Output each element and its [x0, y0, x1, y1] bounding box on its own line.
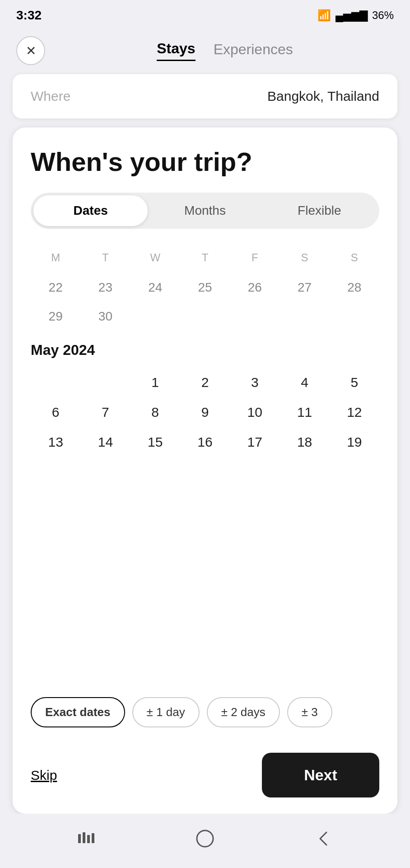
calendar-day-headers: M T W T F S S [31, 247, 379, 269]
status-bar: 3:32 📶 ▄▅▆▇ 36% [0, 0, 410, 27]
table-row[interactable]: 12 [330, 397, 379, 427]
table-row [80, 368, 130, 397]
table-row[interactable]: 15 [130, 427, 180, 457]
skip-button[interactable]: Skip [31, 768, 57, 783]
table-row [180, 302, 230, 331]
table-row[interactable]: 26 [230, 273, 280, 302]
calendar: M T W T F S S 22 23 24 25 26 27 28 29 30… [31, 247, 379, 683]
nav-tabs: Stays Experiences [56, 40, 394, 61]
status-icons: 📶 ▄▅▆▇ 36% [317, 9, 394, 22]
toggle-months[interactable]: Months [148, 195, 262, 226]
pill-exact-dates[interactable]: Exact dates [31, 697, 125, 727]
day-header-fri: F [230, 247, 280, 269]
table-row[interactable]: 2 [180, 368, 230, 397]
day-header-sat: S [280, 247, 329, 269]
back-button[interactable] [312, 827, 335, 850]
svg-rect-0 [78, 834, 81, 843]
home-button[interactable] [194, 827, 216, 850]
table-row [230, 302, 280, 331]
where-label: Where [31, 89, 70, 104]
table-row[interactable]: 28 [330, 273, 379, 302]
table-row[interactable]: 3 [230, 368, 280, 397]
svg-rect-4 [197, 830, 213, 847]
table-row[interactable]: 17 [230, 427, 280, 457]
pill-3days[interactable]: ± 3 [287, 697, 332, 727]
table-row[interactable]: 1 [130, 368, 180, 397]
pill-1day[interactable]: ± 1 day [132, 697, 200, 727]
toggle-flexible[interactable]: Flexible [262, 195, 377, 226]
flexibility-pills: Exact dates ± 1 day ± 2 days ± 3 [31, 697, 379, 727]
svg-rect-1 [83, 832, 85, 843]
toggle-dates[interactable]: Dates [33, 195, 148, 226]
next-button[interactable]: Next [262, 753, 379, 797]
day-header-wed: W [130, 247, 180, 269]
table-row [130, 302, 180, 331]
table-row[interactable]: 11 [280, 397, 329, 427]
month-label: May 2024 [31, 342, 379, 359]
may-calendar-grid: 1 2 3 4 5 6 7 8 9 10 11 12 13 14 15 16 1… [31, 368, 379, 457]
table-row[interactable]: 24 [130, 273, 180, 302]
table-row[interactable]: 22 [31, 273, 80, 302]
table-row[interactable]: 23 [80, 273, 130, 302]
table-row[interactable]: 9 [180, 397, 230, 427]
day-header-thu: T [180, 247, 230, 269]
table-row[interactable]: 4 [280, 368, 329, 397]
table-row [330, 302, 379, 331]
recent-apps-button[interactable] [75, 827, 98, 850]
status-time: 3:32 [16, 8, 42, 23]
tab-stays[interactable]: Stays [157, 40, 195, 61]
table-row[interactable]: 13 [31, 427, 80, 457]
where-card[interactable]: Where Bangkok, Thailand [13, 74, 397, 118]
page-title: When's your trip? [31, 147, 379, 176]
close-icon: ✕ [26, 43, 36, 58]
table-row[interactable]: 19 [330, 427, 379, 457]
table-row[interactable]: 30 [80, 302, 130, 331]
table-row[interactable]: 6 [31, 397, 80, 427]
table-row[interactable]: 7 [80, 397, 130, 427]
table-row[interactable]: 5 [330, 368, 379, 397]
svg-rect-3 [92, 833, 94, 843]
nav-bar: ✕ Stays Experiences [0, 27, 410, 74]
table-row[interactable]: 29 [31, 302, 80, 331]
table-row[interactable]: 16 [180, 427, 230, 457]
pill-2days[interactable]: ± 2 days [207, 697, 280, 727]
day-header-sun: S [330, 247, 379, 269]
table-row[interactable]: 27 [280, 273, 329, 302]
signal-icon: ▄▅▆▇ [335, 9, 368, 22]
where-value: Bangkok, Thailand [267, 89, 379, 104]
table-row[interactable]: 18 [280, 427, 329, 457]
battery-text: 36% [372, 9, 394, 22]
bluetooth-icon: 📶 [317, 9, 331, 22]
prev-month-dates: 22 23 24 25 26 27 28 29 30 [31, 273, 379, 331]
bottom-actions: Skip Next [31, 744, 379, 797]
table-row[interactable]: 25 [180, 273, 230, 302]
day-header-mon: M [31, 247, 80, 269]
table-row [280, 302, 329, 331]
table-row[interactable]: 10 [230, 397, 280, 427]
day-header-tue: T [80, 247, 130, 269]
date-mode-toggle: Dates Months Flexible [31, 193, 379, 229]
system-nav-bar [0, 814, 410, 868]
svg-rect-2 [87, 835, 90, 843]
main-card: When's your trip? Dates Months Flexible … [13, 127, 397, 814]
table-row [31, 368, 80, 397]
table-row[interactable]: 14 [80, 427, 130, 457]
table-row[interactable]: 8 [130, 397, 180, 427]
close-button[interactable]: ✕ [16, 36, 45, 65]
tab-experiences[interactable]: Experiences [214, 41, 293, 61]
